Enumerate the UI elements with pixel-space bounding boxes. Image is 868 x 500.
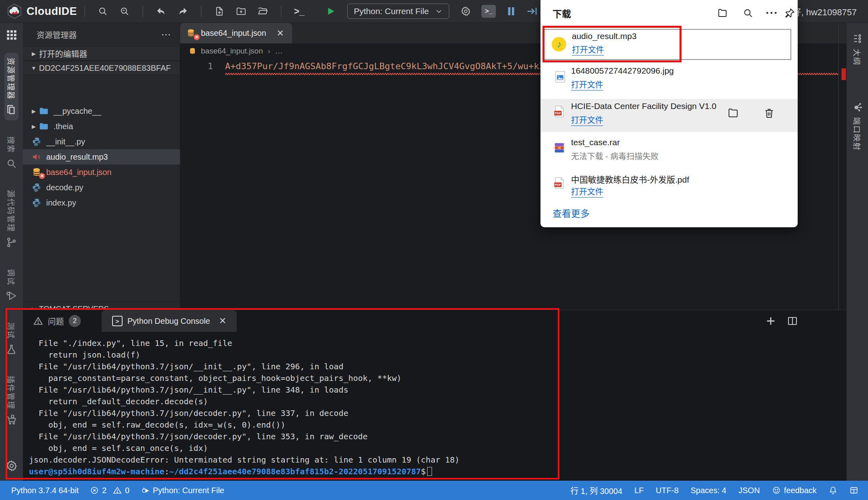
explorer-header: 资源管理器 ⋯ bbox=[23, 23, 180, 46]
problems-status[interactable]: 2 0 bbox=[90, 486, 129, 495]
breadcrumb-file[interactable]: base64_input.json bbox=[201, 47, 263, 56]
breadcrumb-more[interactable]: … bbox=[275, 47, 283, 56]
open-file-link[interactable]: 打开文件 bbox=[571, 78, 603, 91]
new-terminal-plus-icon[interactable] bbox=[765, 315, 776, 327]
terminal-icon[interactable]: >_ bbox=[293, 5, 305, 17]
eol-status[interactable]: LF bbox=[635, 486, 644, 495]
delete-download-icon[interactable] bbox=[762, 106, 776, 120]
tree-item-audio-result[interactable]: audio_result.mp3 bbox=[23, 149, 180, 165]
download-item-hcie-pdf[interactable]: PDF HCIE-Data Center Facility Design V1.… bbox=[540, 99, 798, 132]
new-file-icon[interactable] bbox=[213, 5, 225, 17]
error-badge-icon: ✕ bbox=[39, 173, 45, 179]
open-editors-section[interactable]: ▶ 打开的编辑器 bbox=[23, 46, 180, 61]
svg-text:PDF: PDF bbox=[555, 111, 561, 115]
open-folder-icon[interactable] bbox=[257, 5, 269, 17]
divider bbox=[84, 6, 85, 17]
sidebar-item-test[interactable]: 测试 bbox=[4, 317, 18, 360]
chevron-right-icon: ▶ bbox=[29, 51, 39, 57]
python-version-status[interactable]: Python 3.7.4 64-bit bbox=[11, 486, 79, 495]
flask-icon bbox=[6, 344, 17, 355]
explorer-title: 资源管理器 bbox=[37, 29, 77, 41]
port-mapping-toggle[interactable]: 端口映射 bbox=[852, 102, 863, 151]
image-file-icon bbox=[553, 70, 567, 84]
show-in-folder-icon[interactable] bbox=[726, 106, 740, 120]
console-line: File "/usr/lib64/python3.7/json/__init__… bbox=[29, 361, 846, 372]
breadcrumb-separator: › bbox=[268, 47, 270, 56]
console-line: File "/usr/lib64/python3.7/json/decoder.… bbox=[29, 407, 846, 419]
svg-text:PDF: PDF bbox=[555, 183, 561, 187]
divider bbox=[143, 6, 143, 17]
sidebar-item-search[interactable]: 搜索 bbox=[4, 132, 18, 174]
run-config-dropdown[interactable]: Python: Current File bbox=[347, 4, 450, 19]
run-config-label: Python: Current File bbox=[354, 6, 429, 16]
download-item-audio-result[interactable]: ♪ audio_result.mp3 打开文件 bbox=[544, 29, 791, 60]
error-badge-icon: ✕ bbox=[194, 34, 200, 40]
run-button[interactable] bbox=[325, 5, 337, 17]
pin-icon[interactable] bbox=[783, 6, 796, 19]
divider bbox=[201, 6, 201, 17]
tree-item-init-py[interactable]: __init__.py bbox=[23, 134, 180, 149]
console-line: obj, end = self.scan_once(s, idx) bbox=[29, 442, 846, 454]
settings-gear-icon[interactable] bbox=[6, 460, 18, 472]
tree-item-decode-py[interactable]: decode.py bbox=[23, 180, 180, 195]
redo-icon[interactable] bbox=[177, 5, 189, 17]
cursor-position-status[interactable]: 行 1, 列 30004 bbox=[571, 485, 622, 496]
more-options-icon[interactable]: ··· bbox=[766, 6, 778, 19]
open-file-link[interactable]: 打开文件 bbox=[572, 43, 604, 56]
indentation-status[interactable]: Spaces: 4 bbox=[691, 486, 727, 495]
sidebar-item-debug[interactable]: 调试 bbox=[4, 264, 18, 306]
console-line: File "/usr/lib64/python3.7/json/decoder.… bbox=[29, 431, 846, 442]
tree-item-base64-input[interactable]: ✕ base64_input.json bbox=[23, 165, 180, 180]
sidebar-item-scm[interactable]: 源代码管理 bbox=[4, 185, 18, 253]
encoding-status[interactable]: UTF-8 bbox=[656, 486, 679, 495]
smiley-icon bbox=[772, 486, 781, 495]
terminal-prompt[interactable]: user@sp5ih0d8iuf4m2w-machine:~/dd2c4f251… bbox=[29, 466, 846, 477]
close-panel-tab-icon[interactable]: ✕ bbox=[219, 316, 226, 326]
open-file-link[interactable]: 打开文件 bbox=[571, 185, 603, 198]
download-item-jpg[interactable]: 1648005727442792096.jpg 打开文件 bbox=[540, 64, 798, 98]
debug-console-output[interactable]: File "./index.py", line 15, in read_file… bbox=[23, 332, 846, 477]
debug-settings-gear-icon[interactable] bbox=[460, 5, 472, 17]
tree-item-index-py[interactable]: index.py bbox=[23, 195, 180, 210]
open-file-link[interactable]: 打开文件 bbox=[571, 114, 603, 126]
step-over-icon[interactable] bbox=[526, 5, 538, 17]
tab-base64-input-json[interactable]: ✕ base64_input.json ✕ bbox=[180, 23, 292, 43]
undo-icon[interactable] bbox=[155, 5, 167, 17]
terminal-cursor bbox=[427, 467, 432, 476]
feedback-status[interactable]: feedback bbox=[772, 486, 817, 495]
new-folder-icon[interactable] bbox=[235, 5, 247, 17]
sidebar-item-explorer[interactable]: 资源管理器 bbox=[4, 53, 18, 120]
debug-console-icon[interactable]: >_ bbox=[481, 5, 496, 18]
tree-item-theia[interactable]: ▶ .theia bbox=[23, 119, 180, 134]
split-panel-icon[interactable] bbox=[787, 315, 798, 327]
workspace-section[interactable]: ▼ DD2C4F251AEE40E79088E83BFAF bbox=[23, 61, 180, 75]
close-tab-icon[interactable]: ✕ bbox=[276, 28, 284, 39]
see-more-link[interactable]: 查看更多 bbox=[553, 206, 590, 220]
debug-console-icon: > bbox=[112, 316, 123, 326]
tab-problems[interactable]: 问题 2 bbox=[23, 310, 91, 332]
search-icon bbox=[6, 158, 17, 169]
extensions-label: 插件管理 bbox=[6, 376, 17, 409]
sidebar-item-extensions[interactable]: 插件管理 bbox=[4, 371, 18, 430]
pause-icon[interactable] bbox=[505, 5, 517, 17]
python-file-icon bbox=[32, 198, 41, 208]
open-downloads-folder-icon[interactable] bbox=[716, 6, 729, 19]
download-item-rar[interactable]: test_case.rar 无法下载 - 病毒扫描失败 bbox=[540, 135, 798, 169]
search-replace-icon[interactable] bbox=[119, 5, 131, 17]
search-icon[interactable] bbox=[97, 5, 109, 17]
status-right-group: 行 1, 列 30004 LF UTF-8 Spaces: 4 JSON fee… bbox=[571, 485, 858, 496]
tree-item-pycache[interactable]: ▶ __pycache__ bbox=[23, 103, 180, 119]
tab-python-debug-console[interactable]: > Python Debug Console ✕ bbox=[102, 310, 237, 332]
notifications-bell-icon[interactable] bbox=[829, 486, 837, 495]
cloudide-window: CloudIDE >_ Python: Current F bbox=[0, 0, 868, 500]
search-downloads-icon[interactable] bbox=[741, 6, 754, 19]
dashboard-grid-icon[interactable] bbox=[6, 29, 17, 41]
language-mode-status[interactable]: JSON bbox=[738, 486, 760, 495]
outline-panel-toggle[interactable]: 大纲 bbox=[852, 33, 863, 66]
layout-toggle-icon[interactable] bbox=[850, 486, 858, 495]
run-config-status[interactable]: Python: Current File bbox=[141, 486, 224, 495]
download-item-whitepaper-pdf[interactable]: PDF 中国敏捷教练白皮书-外发版.pdf 打开文件 bbox=[540, 171, 798, 205]
more-actions-icon[interactable]: ⋯ bbox=[161, 29, 172, 40]
status-bar: Python 3.7.4 64-bit 2 0 Python: Current … bbox=[0, 481, 868, 500]
divider bbox=[281, 6, 281, 17]
